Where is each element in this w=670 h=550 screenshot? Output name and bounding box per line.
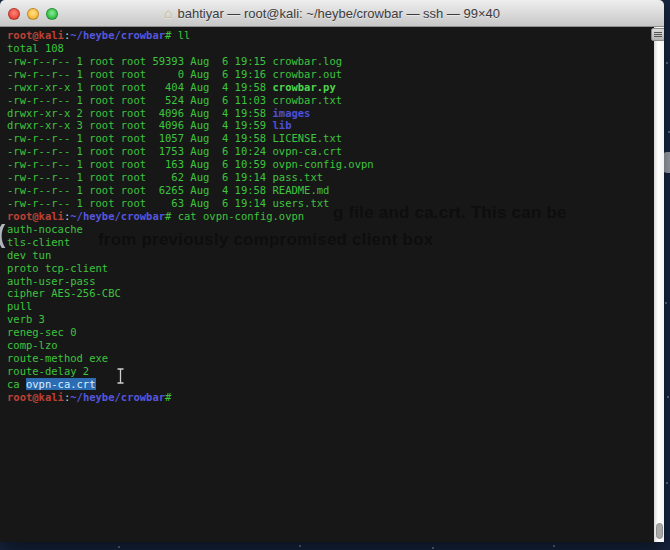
terminal-line: root@kali:~/heybe/crowbar# xyxy=(7,391,664,404)
terminal-line: -rw-r--r-- 1 root root 59393 Aug 6 19:15… xyxy=(7,55,664,68)
terminal-line: -rw-r--r-- 1 root root 0 Aug 6 19:16 cro… xyxy=(7,68,664,81)
scrollbar-menu-icon[interactable] xyxy=(651,28,664,41)
terminal-line: pull xyxy=(7,300,664,313)
text-cursor-icon xyxy=(116,368,125,388)
terminal-line: total 108 xyxy=(7,42,664,55)
close-button[interactable] xyxy=(8,8,20,20)
terminal-line: root@kali:~/heybe/crowbar# ll xyxy=(7,29,664,42)
terminal-line: drwxr-xr-x 3 root root 4096 Aug 4 19:59 … xyxy=(7,119,664,132)
zoom-button[interactable] xyxy=(46,8,58,20)
window-title: bahtiyar — root@kali: ~/heybe/crowbar — … xyxy=(178,6,500,21)
terminal-line: root@kali:~/heybe/crowbar# cat ovpn-conf… xyxy=(7,210,664,223)
terminal-window: ⌂ bahtiyar — root@kali: ~/heybe/crowbar … xyxy=(0,0,664,542)
traffic-lights xyxy=(8,0,58,27)
wallpaper-star xyxy=(666,62,668,64)
minimize-button[interactable] xyxy=(27,8,39,20)
terminal-line: -rw-r--r-- 1 root root 63 Aug 6 19:14 us… xyxy=(7,197,664,210)
terminal-line: ca ovpn-ca.crt xyxy=(7,378,664,391)
terminal-line: auth-user-pass xyxy=(7,275,664,288)
terminal-line: tls-client xyxy=(7,236,664,249)
terminal-line: -rw-r--r-- 1 root root 524 Aug 6 11:03 c… xyxy=(7,94,664,107)
terminal-line: -rw-r--r-- 1 root root 6265 Aug 4 19:58 … xyxy=(7,184,664,197)
wallpaper-star xyxy=(432,547,434,549)
home-icon: ⌂ xyxy=(164,6,172,20)
wallpaper-star xyxy=(666,482,668,484)
wallpaper-star xyxy=(553,545,555,547)
scrollbar[interactable] xyxy=(654,27,664,542)
wallpaper-star xyxy=(118,546,120,548)
terminal-line: -rwxr-xr-x 1 root root 404 Aug 4 19:58 c… xyxy=(7,81,664,94)
terminal-line: reneg-sec 0 xyxy=(7,326,664,339)
wallpaper-star xyxy=(665,302,667,304)
terminal-line: verb 3 xyxy=(7,313,664,326)
terminal-line: route-delay 2 xyxy=(7,365,664,378)
terminal-content[interactable]: g file and ca.crt. This can be from prev… xyxy=(0,27,664,542)
terminal-line: proto tcp-client xyxy=(7,262,664,275)
desktop: ⌂ bahtiyar — root@kali: ~/heybe/crowbar … xyxy=(0,0,670,550)
terminal-line: route-method exe xyxy=(7,352,664,365)
terminal-line: -rw-r--r-- 1 root root 1057 Aug 4 19:58 … xyxy=(7,132,664,145)
terminal-lines: root@kali:~/heybe/crowbar# lltotal 108-r… xyxy=(0,27,664,404)
terminal-line: cipher AES-256-CBC xyxy=(7,287,664,300)
wallpaper-star xyxy=(299,545,301,547)
terminal-line: -rw-r--r-- 1 root root 62 Aug 6 19:14 pa… xyxy=(7,171,664,184)
window-titlebar[interactable]: ⌂ bahtiyar — root@kali: ~/heybe/crowbar … xyxy=(0,0,664,27)
scrollbar-thumb[interactable] xyxy=(656,523,663,539)
wallpaper-star xyxy=(667,396,669,398)
terminal-line: -rw-r--r-- 1 root root 1753 Aug 6 10:24 … xyxy=(7,145,664,158)
background-artifact: ( xyxy=(0,220,5,249)
terminal-line: comp-lzo xyxy=(7,339,664,352)
terminal-line: dev tun xyxy=(7,249,664,262)
terminal-line: auth-nocache xyxy=(7,223,664,236)
window-title-group: ⌂ bahtiyar — root@kali: ~/heybe/crowbar … xyxy=(164,6,500,21)
terminal-line: -rw-r--r-- 1 root root 163 Aug 6 10:59 o… xyxy=(7,158,664,171)
terminal-line: drwxr-xr-x 2 root root 4096 Aug 4 19:58 … xyxy=(7,107,664,120)
